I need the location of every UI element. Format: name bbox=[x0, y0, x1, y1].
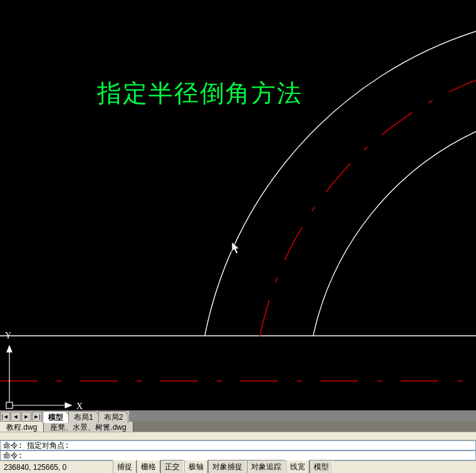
svg-marker-4 bbox=[7, 346, 12, 352]
status-btn-snap[interactable]: 捕捉 bbox=[113, 460, 137, 473]
file-tab-strip: 教程.dwg 座凳、水景、树篦.dwg bbox=[0, 422, 476, 432]
status-btn-lineweight[interactable]: 线宽 bbox=[286, 460, 309, 473]
command-history-line: 命令: 指定对角点: bbox=[0, 440, 476, 450]
command-input-line[interactable]: 命令: bbox=[0, 450, 476, 460]
status-btn-modelspace[interactable]: 模型 bbox=[309, 460, 333, 473]
status-btn-grid[interactable]: 栅格 bbox=[137, 460, 160, 473]
toolbar-spacer bbox=[0, 432, 476, 440]
status-bar: 236840, 125665, 0 捕捉 栅格 正交 极轴 对象捕捉 对象追踪 … bbox=[0, 460, 476, 473]
command-text-1: 指定对角点: bbox=[27, 440, 69, 451]
tab-strip-spacer bbox=[129, 411, 476, 422]
layout-tab-model[interactable]: 模型 bbox=[43, 411, 69, 423]
command-prefix-1: 命令: bbox=[3, 440, 23, 451]
file-tab-0[interactable]: 教程.dwg bbox=[0, 422, 44, 432]
status-btn-osnap[interactable]: 对象捕捉 bbox=[208, 460, 247, 473]
drawing-geometry: Y X bbox=[0, 0, 476, 410]
status-btn-polar[interactable]: 极轴 bbox=[184, 460, 208, 473]
file-tab-1[interactable]: 座凳、水景、树篦.dwg bbox=[44, 422, 133, 432]
svg-marker-6 bbox=[65, 403, 71, 408]
command-prefix-2: 命令: bbox=[3, 450, 23, 461]
tab-nav-last[interactable]: ►| bbox=[32, 412, 42, 422]
mouse-cursor-icon bbox=[231, 241, 241, 255]
layout-tab-layout1[interactable]: 布局1 bbox=[68, 411, 99, 423]
coordinate-readout: 236840, 125665, 0 bbox=[0, 463, 113, 472]
status-btn-otrack[interactable]: 对象追踪 bbox=[247, 460, 286, 473]
svg-rect-2 bbox=[6, 402, 13, 408]
status-btn-ortho[interactable]: 正交 bbox=[160, 460, 184, 473]
drawing-canvas[interactable]: Y X 指定半径倒角方法 bbox=[0, 0, 476, 410]
ucs-y-label: Y bbox=[5, 331, 11, 340]
tab-nav-next[interactable]: ► bbox=[21, 412, 31, 422]
tab-nav-prev[interactable]: ◄ bbox=[11, 412, 21, 422]
layout-tab-layout2[interactable]: 布局2 bbox=[98, 411, 129, 423]
ucs-x-label: X bbox=[76, 402, 83, 410]
annotation-label: 指定半径倒角方法 bbox=[97, 76, 303, 110]
layout-tab-strip: |◄ ◄ ► ►| 模型 布局1 布局2 bbox=[0, 410, 476, 422]
tab-nav-first[interactable]: |◄ bbox=[0, 412, 10, 422]
